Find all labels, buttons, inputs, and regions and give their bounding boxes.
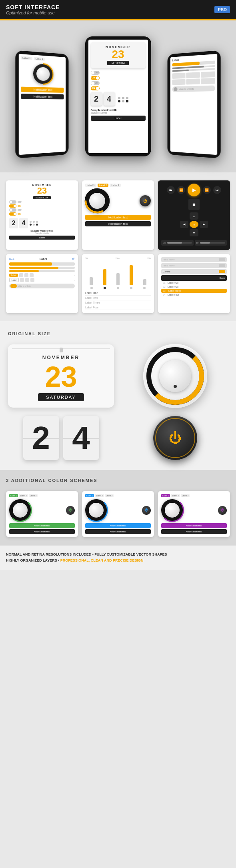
cc-knob-blue[interactable] xyxy=(85,499,107,521)
t2-knob[interactable] xyxy=(85,189,109,213)
flip-num-2: 4 xyxy=(104,92,115,106)
t5-dot-4 xyxy=(130,287,132,289)
t3-fwd-btn[interactable]: ⏩ xyxy=(203,186,211,194)
cc-power-blue[interactable]: ⏻ xyxy=(142,506,151,515)
t6-toggle-3[interactable] xyxy=(219,270,225,273)
cc-power-purple[interactable]: ⏻ xyxy=(218,506,227,515)
toggle-on-1[interactable]: ON xyxy=(91,76,100,80)
t4-arrow-2: › xyxy=(74,279,75,281)
grid-btn-1[interactable] xyxy=(172,73,185,79)
t3-prev-btn[interactable]: ⏮ xyxy=(167,186,175,194)
t4-icon-6 xyxy=(30,278,34,282)
toggle-on-2[interactable]: ON xyxy=(91,86,100,90)
color-schemes-title: 3 ADDITIONAL COLOR SCHEMES xyxy=(6,478,230,483)
cc-knob-row-purple: ⏻ xyxy=(161,499,227,521)
large-power-ring xyxy=(155,418,195,458)
t2-notification-dark: Notification text xyxy=(85,221,151,226)
t3-rew-btn[interactable]: ⏪ xyxy=(177,186,185,194)
t4-slider-2 xyxy=(9,270,75,272)
t5-freq-3: 50% xyxy=(147,257,151,260)
t3-dpad-up[interactable]: ▲ xyxy=(190,212,198,220)
window-title: Sample window title xyxy=(91,109,146,112)
t3-slider-mini-1 xyxy=(167,242,192,244)
grid-btn-6[interactable] xyxy=(201,78,215,84)
t1-nums: 2 4 xyxy=(9,218,28,228)
toggle-row-3: OFF xyxy=(91,81,146,85)
grid-btn-4[interactable] xyxy=(172,79,185,85)
t1-toggles: OFF ON OFF ON xyxy=(9,200,75,216)
t3-dpad-right[interactable]: ▶ xyxy=(200,221,208,228)
t1-label-btn[interactable]: Label xyxy=(9,236,75,240)
toggle-row-4: ON xyxy=(91,86,146,90)
t4-icon-1 xyxy=(19,273,23,277)
t4-icons-1 xyxy=(19,273,34,277)
center-phone-screen: NOVEMBER 23 SATURDAY OFF ON OFF ON xyxy=(88,40,148,153)
t2-knob-ring-svg xyxy=(84,188,110,214)
flip-date-widget: NOVEMBER 23 SATURDAY xyxy=(91,42,146,68)
cc-knob-purple[interactable] xyxy=(161,499,183,521)
large-knob-outer[interactable] xyxy=(143,344,207,408)
t6-list-item-1[interactable]: 01 Label Two xyxy=(161,281,227,285)
t3-stop-btn[interactable]: ⏹ xyxy=(188,199,200,210)
t3-dpad: ▲ ◀ ● ▶ ▼ xyxy=(180,212,208,236)
t1-day: 23 xyxy=(9,186,75,195)
dot-5 xyxy=(122,100,124,102)
dot-2 xyxy=(122,97,124,99)
cc-power-green[interactable]: ⏻ xyxy=(66,506,75,515)
t1-window-subtitle: Sample subtitle xyxy=(9,232,75,234)
label-button[interactable]: Label xyxy=(91,116,146,121)
phones-container: Label 1 Label 2 Notification text Notifi… xyxy=(8,36,228,156)
t6-list: 01 Label Two 02 Label Two 03 Label Three… xyxy=(161,281,227,297)
t1-dayname: SATURDAY xyxy=(33,196,51,199)
t1-toggle-off-1[interactable] xyxy=(9,200,16,204)
toggle-off-2[interactable]: OFF xyxy=(91,81,100,85)
t4-icons-2 xyxy=(20,278,34,282)
slide-text: slide to unlock xyxy=(179,88,194,90)
cc-label-purple-1: Label 1 xyxy=(161,494,170,497)
slide-unlock[interactable]: slide to unlock xyxy=(172,86,215,92)
t6-list-item-4[interactable]: 04 Label Four xyxy=(161,293,227,297)
left-phone-screen: Label 1 Label 2 Notification text Notifi… xyxy=(19,54,66,155)
t6-input-text-2: Field name xyxy=(163,264,219,267)
large-power-btn[interactable]: ⏻ xyxy=(153,416,197,460)
notification-btn-orange[interactable]: Notification text xyxy=(21,87,64,93)
grid-btn-5[interactable] xyxy=(186,78,200,84)
cc-knob-green[interactable] xyxy=(9,499,31,521)
t4-slider-fill-2 xyxy=(9,270,39,272)
t5-list-item-3: Label Three xyxy=(85,300,151,305)
t1-toggle-on-2[interactable] xyxy=(9,212,16,216)
t4-slide-arrow[interactable]: → xyxy=(10,284,17,288)
t3-dpad-down[interactable]: ▼ xyxy=(190,229,198,236)
t2-power-btn[interactable]: ⏻ xyxy=(140,195,151,206)
t3-dpad-center[interactable]: ● xyxy=(190,221,198,228)
t6-list-item-3[interactable]: 03 Label Three xyxy=(161,289,227,293)
t5-bar-wrap-5 xyxy=(143,279,146,285)
thumb-card-5: 5% 25% 50% xyxy=(82,254,154,313)
t6-done-btn[interactable]: Done xyxy=(220,277,225,279)
t1-toggle-row-3: OFF xyxy=(9,208,75,212)
grid-btn-3[interactable] xyxy=(201,71,215,78)
t1-toggle-off-2[interactable] xyxy=(9,208,16,212)
grid-btn-2[interactable] xyxy=(186,72,200,78)
thumb-card-6: Field name Field name Gerard Done 01 Lab… xyxy=(158,254,230,313)
t6-toggle-1[interactable] xyxy=(219,258,225,261)
toggle-off-1[interactable]: OFF xyxy=(91,71,100,75)
t1-dot-6 xyxy=(36,224,38,226)
t4-refresh[interactable]: ↺ xyxy=(72,257,75,261)
dot-1 xyxy=(118,97,120,99)
t4-progress xyxy=(9,262,75,266)
large-flip-num-2: 4 xyxy=(63,416,99,460)
progress-bar-fill xyxy=(172,62,199,66)
notification-btn-dark[interactable]: Notification text xyxy=(21,94,64,99)
t6-toggle-2[interactable] xyxy=(219,264,225,267)
t6-list-item-2[interactable]: 02 Label Two xyxy=(161,285,227,289)
t3-next-btn[interactable]: ⏭ xyxy=(213,186,221,194)
knob[interactable] xyxy=(33,64,53,84)
color-schemes-section: 3 ADDITIONAL COLOR SCHEMES Label 1 Label… xyxy=(0,470,236,545)
t4-back[interactable]: Back xyxy=(9,258,14,260)
large-knob-dot xyxy=(174,385,177,388)
t4-slider-1 xyxy=(9,267,75,269)
t3-play-btn[interactable]: ▶ xyxy=(188,184,200,196)
t1-toggle-on-1[interactable] xyxy=(9,204,16,208)
t3-dpad-left[interactable]: ◀ xyxy=(180,221,188,228)
